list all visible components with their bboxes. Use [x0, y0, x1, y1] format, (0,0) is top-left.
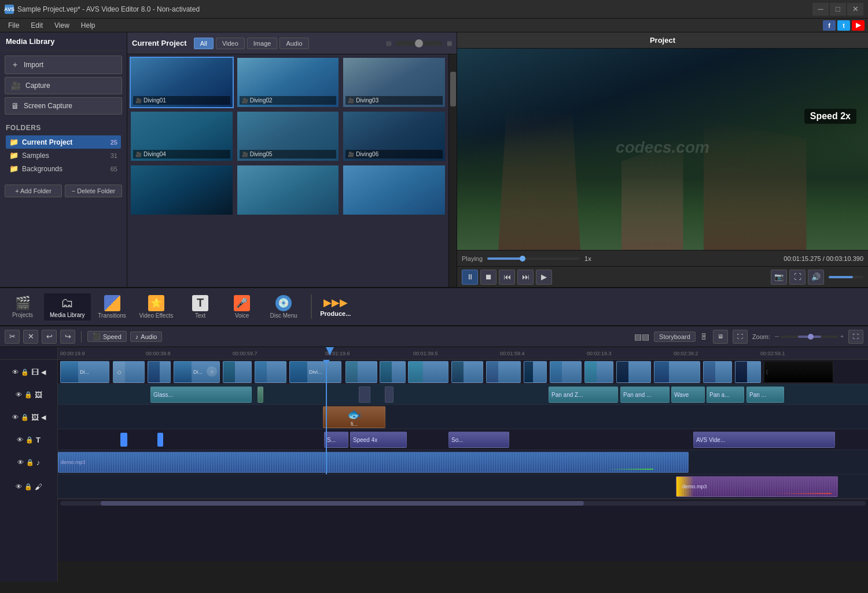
- video-clip-19[interactable]: [735, 361, 761, 383]
- fx-clip-pan[interactable]: Pan ...: [746, 386, 784, 403]
- maximize-button[interactable]: □: [830, 3, 846, 16]
- media-thumb-diving03[interactable]: 🎥 Diving03: [342, 57, 446, 108]
- media-thumb-diving08[interactable]: [236, 164, 340, 216]
- aud-lock-icon[interactable]: 🔒: [26, 459, 34, 466]
- tool-transitions[interactable]: Transitions: [92, 293, 133, 321]
- video-clip-5[interactable]: [223, 361, 252, 383]
- youtube-icon[interactable]: ▶: [852, 20, 865, 31]
- aud2-lock-icon[interactable]: 🔒: [24, 483, 32, 491]
- lock-icon[interactable]: 🔒: [21, 369, 29, 376]
- media-thumb-diving04[interactable]: 🎥 Diving04: [130, 111, 234, 162]
- video-clip-11[interactable]: [451, 361, 483, 383]
- audio-clip-demo[interactable]: demo.mp3: [58, 452, 689, 473]
- minimize-button[interactable]: ─: [812, 3, 829, 16]
- prev-button[interactable]: ⏮: [499, 270, 515, 285]
- import-button[interactable]: ＋ Import: [5, 56, 122, 74]
- video-clip-17[interactable]: [654, 361, 700, 383]
- media-thumb-diving09[interactable]: [342, 164, 446, 216]
- fx-clip-pan-and[interactable]: Pan and ...: [620, 386, 670, 403]
- text-clip-so[interactable]: So...: [448, 432, 509, 448]
- media-scrollbar[interactable]: [448, 54, 457, 287]
- video-clip-7[interactable]: Divi...: [289, 361, 341, 383]
- play-select-button[interactable]: ▶: [536, 270, 552, 285]
- video-clip-6[interactable]: [255, 361, 286, 383]
- video-clip-12[interactable]: [486, 361, 521, 383]
- filter-all[interactable]: All: [194, 38, 214, 49]
- fx-clip-glass[interactable]: Glass...: [150, 386, 252, 403]
- video-clip-8[interactable]: [345, 361, 377, 383]
- delete-folder-button[interactable]: − Delete Folder: [65, 185, 122, 197]
- tool-voice[interactable]: 🎤 Voice: [222, 293, 262, 321]
- video-clip-20[interactable]: (: [764, 361, 833, 383]
- media-thumb-diving05[interactable]: 🎥 Diving05: [236, 111, 340, 162]
- filter-image[interactable]: Image: [247, 38, 278, 49]
- menu-view[interactable]: View: [50, 20, 74, 31]
- fullscreen-button[interactable]: ⛶: [789, 270, 806, 285]
- tool-media-library[interactable]: 🗂 Media Library: [44, 293, 91, 321]
- close-button[interactable]: ✕: [847, 3, 863, 16]
- img-audio-icon[interactable]: ◀: [41, 414, 46, 421]
- screen-capture-button[interactable]: 🖥 Screen Capture: [5, 97, 122, 115]
- img-eye-icon[interactable]: 👁: [12, 414, 19, 421]
- img-lock-icon[interactable]: 🔒: [21, 414, 29, 421]
- text-clip-speed4x[interactable]: Speed 4x: [350, 432, 407, 448]
- size-slider[interactable]: [396, 41, 442, 46]
- folder-backgrounds[interactable]: 📁 Backgrounds 65: [6, 162, 121, 175]
- filter-video[interactable]: Video: [216, 38, 245, 49]
- video-clip-13[interactable]: [524, 361, 547, 383]
- volume-button[interactable]: 🔊: [808, 270, 824, 285]
- fx-clip-3[interactable]: [359, 386, 370, 403]
- text-clip-s[interactable]: S...: [324, 432, 348, 448]
- video-clip-9[interactable]: [380, 361, 406, 383]
- txt-lock-icon[interactable]: 🔒: [25, 436, 34, 444]
- video-clip-15[interactable]: [584, 361, 613, 383]
- video-clip-14[interactable]: [550, 361, 582, 383]
- twitter-icon[interactable]: t: [837, 20, 850, 31]
- fx-clip-wave[interactable]: Wave: [671, 386, 705, 403]
- tool-projects[interactable]: 🎬 Projects: [2, 293, 43, 321]
- video-clip-3[interactable]: [148, 361, 171, 383]
- aud-eye-icon[interactable]: 👁: [17, 459, 24, 466]
- pause-button[interactable]: ⏸: [462, 270, 478, 285]
- media-thumb-diving06[interactable]: 🎥 Diving06: [342, 111, 446, 162]
- video-clip-10[interactable]: [408, 361, 448, 383]
- fit-button[interactable]: ⛶: [848, 330, 863, 344]
- media-thumb-diving01[interactable]: 🎥 Diving01: [130, 57, 234, 108]
- fx-eye-icon[interactable]: 👁: [16, 391, 22, 398]
- tool-text[interactable]: T Text: [180, 293, 220, 321]
- media-thumb-diving02[interactable]: 🎥 Diving02: [236, 57, 340, 108]
- volume-slider[interactable]: [829, 276, 863, 278]
- menu-file[interactable]: File: [3, 20, 24, 31]
- redo-button[interactable]: ↪: [60, 330, 75, 344]
- add-folder-button[interactable]: + Add Folder: [5, 185, 62, 197]
- image-clip-fish[interactable]: 🐟 fi...: [323, 406, 385, 428]
- video-clip-16[interactable]: [616, 361, 651, 383]
- tool-produce[interactable]: ▶▶▶ Produce...: [311, 294, 356, 319]
- folder-samples[interactable]: 📁 Samples 31: [6, 149, 121, 162]
- fx-clip-2[interactable]: [258, 386, 263, 403]
- timeline-tracks[interactable]: 00:00:19.9 00:00:39.8 00:00:59.7 00:01:1…: [58, 347, 868, 582]
- tool-video-effects[interactable]: ⭐ Video Effects: [134, 293, 179, 321]
- scissors-button[interactable]: ✂: [5, 330, 20, 344]
- storyboard-button[interactable]: Storyboard: [654, 332, 696, 342]
- audio-button[interactable]: ♪ Audio: [130, 332, 163, 342]
- aud2-eye-icon[interactable]: 👁: [16, 483, 22, 490]
- txt-eye-icon[interactable]: 👁: [17, 436, 23, 443]
- eye-icon[interactable]: 👁: [12, 369, 19, 375]
- video-clip-1[interactable]: Di...: [60, 361, 109, 383]
- media-thumb-diving07[interactable]: [130, 164, 234, 216]
- facebook-icon[interactable]: f: [823, 20, 836, 31]
- video-clip-18[interactable]: [703, 361, 732, 383]
- fx-clip-pan-zoom[interactable]: Pan and Z...: [549, 386, 618, 403]
- filter-audio[interactable]: Audio: [279, 38, 308, 49]
- fx-lock-icon[interactable]: 🔒: [24, 391, 32, 399]
- text-marker-1[interactable]: [120, 433, 127, 447]
- monitor-btn[interactable]: 🖥: [713, 330, 728, 344]
- menu-help[interactable]: Help: [76, 20, 100, 31]
- audio2-clip-demo[interactable]: demo.mp3: [676, 476, 838, 497]
- video-clip-2[interactable]: ○: [113, 361, 145, 383]
- speed-button[interactable]: ⬛ Speed: [87, 331, 127, 342]
- expand-btn[interactable]: ⛶: [733, 330, 748, 344]
- audio-mute-icon[interactable]: ◀: [41, 369, 46, 376]
- snapshot-button[interactable]: 📷: [771, 270, 787, 285]
